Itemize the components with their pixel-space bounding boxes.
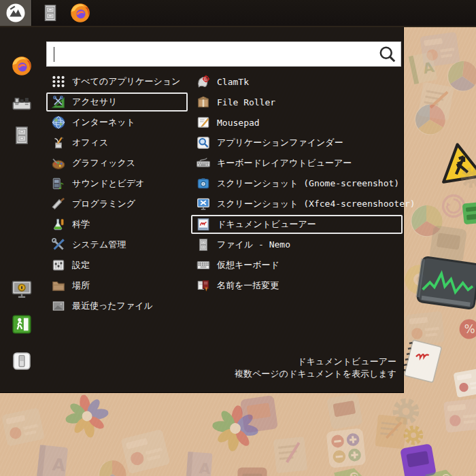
rename-icon: [196, 278, 211, 293]
all-apps-icon: [51, 74, 66, 89]
menu-item-places[interactable]: 場所: [46, 276, 188, 295]
menu-item-science[interactable]: 科学: [46, 215, 188, 234]
science-icon: [51, 217, 66, 232]
menu-item-label: システム管理: [72, 239, 126, 251]
settings-icon: [51, 258, 66, 273]
kbdviewer-icon: [196, 156, 211, 171]
menu-item-settings[interactable]: 設定: [46, 256, 188, 275]
sidebar-mixer-button[interactable]: [11, 92, 33, 114]
menu-item-label: File Roller: [217, 97, 275, 107]
menu-item-label: Mousepad: [217, 118, 260, 128]
menu-item-office[interactable]: オフィス: [46, 133, 188, 152]
menu-item-label: ドキュメントビューアー: [217, 218, 316, 231]
top-panel: [0, 0, 476, 27]
menu-item-label: グラフィックス: [72, 157, 135, 169]
menu-item-label: オフィス: [72, 137, 108, 149]
sidebar-files-button[interactable]: [11, 124, 33, 146]
shot-gnome-icon: [196, 176, 211, 191]
menu-item-sysadmin[interactable]: システム管理: [46, 235, 188, 254]
accessories-icon: [51, 95, 66, 109]
menu-item-label: 場所: [72, 279, 90, 292]
menu-item-label: プログラミング: [72, 198, 135, 210]
sidebar-lockscreen-button[interactable]: [11, 278, 33, 300]
sidebar-logout-button[interactable]: [11, 313, 33, 335]
vkbd-icon: [196, 258, 211, 273]
menu-item-evince[interactable]: ドキュメントビューアー: [191, 215, 403, 234]
sysadmin-icon: [51, 237, 66, 252]
menu-item-shot-xfce[interactable]: スクリーンショット (Xfce4-screenshooter): [191, 194, 403, 214]
evince-icon: [196, 217, 211, 232]
menu-item-label: ファイル - Nemo: [217, 239, 290, 251]
clamtk-icon: [196, 74, 211, 89]
graphics-icon: [51, 156, 66, 171]
menu-item-internet[interactable]: インターネット: [46, 113, 188, 132]
search-icon: [377, 44, 398, 65]
menu-item-sound-video[interactable]: ♪ サウンドとビデオ: [46, 174, 188, 193]
file-manager-icon: [40, 3, 61, 23]
menu-item-label: サウンドとビデオ: [72, 177, 144, 190]
panel-launcher-files[interactable]: [39, 1, 62, 24]
svg-text:♪: ♪: [58, 181, 63, 191]
menu-item-mousepad[interactable]: Mousepad: [191, 113, 403, 132]
description-subtitle: 複数ページのドキュメントを表示します: [235, 368, 396, 380]
menu-item-label: 名前を一括変更: [217, 279, 279, 292]
menu-item-label: キーボードレイアウトビューアー: [217, 157, 352, 169]
description-title: ドキュメントビューアー: [235, 356, 396, 368]
menu-item-label: 科学: [72, 218, 90, 231]
menu-item-graphics[interactable]: グラフィックス: [46, 154, 188, 173]
sound-video-icon: ♪: [51, 176, 66, 191]
nemo-icon: [196, 237, 211, 252]
menu-item-label: アプリケーションファインダー: [217, 137, 343, 149]
menu-item-rename[interactable]: 名前を一括変更: [191, 276, 403, 295]
text-caret: [54, 47, 54, 62]
menu-item-vkbd[interactable]: 仮想キーボード: [191, 256, 403, 275]
panel-launcher-firefox[interactable]: [69, 1, 92, 24]
menu-item-label: スクリーンショット (Gnome-screenshot): [217, 177, 399, 190]
menu-item-recent[interactable]: 最近使ったファイル: [46, 296, 188, 316]
internet-icon: [51, 115, 66, 130]
distro-logo-icon: [5, 3, 26, 23]
menu-item-label: 設定: [72, 259, 90, 271]
office-icon: [51, 135, 66, 150]
menu-item-all-apps[interactable]: すべてのアプリケーション: [46, 72, 188, 91]
menu-item-fileroller[interactable]: File Roller: [191, 92, 403, 112]
menu-item-accessories[interactable]: アクセサリ: [46, 92, 188, 112]
firefox-icon: [69, 2, 91, 24]
menu-item-appfinder[interactable]: アプリケーションファインダー: [191, 133, 403, 152]
menu-button[interactable]: [0, 0, 32, 26]
search-input[interactable]: [47, 42, 377, 66]
menu-item-label: スクリーンショット (Xfce4-screenshooter): [217, 198, 415, 210]
menu-item-shot-gnome[interactable]: スクリーンショット (Gnome-screenshot): [191, 174, 403, 193]
menu-item-label: すべてのアプリケーション: [72, 75, 180, 88]
menu-item-clamtk[interactable]: ClamTk: [191, 72, 403, 91]
shot-xfce-icon: [196, 197, 211, 211]
fileroller-icon: [196, 95, 211, 109]
selection-description: ドキュメントビューアー 複数ページのドキュメントを表示します: [235, 356, 396, 380]
menu-item-kbdviewer[interactable]: キーボードレイアウトビューアー: [191, 154, 403, 173]
sidebar-firefox-button[interactable]: [11, 55, 33, 77]
appfinder-icon: [196, 135, 211, 150]
sidebar-shutdown-button[interactable]: [11, 350, 33, 372]
programming-icon: [51, 197, 66, 211]
menu-item-label: アクセサリ: [72, 96, 118, 108]
recent-icon: [51, 299, 66, 313]
application-menu: すべてのアプリケーション アクセサリ インターネット オフィス グラフィックス …: [0, 27, 404, 393]
mousepad-icon: [196, 115, 211, 130]
menu-item-label: インターネット: [72, 116, 135, 129]
menu-item-label: 仮想キーボード: [217, 259, 279, 271]
menu-item-nemo[interactable]: ファイル - Nemo: [191, 235, 403, 254]
menu-item-label: 最近使ったファイル: [72, 300, 153, 312]
menu-item-programming[interactable]: プログラミング: [46, 194, 188, 214]
places-icon: [51, 278, 66, 293]
search-box: [46, 41, 401, 67]
menu-item-label: ClamTk: [217, 77, 249, 87]
